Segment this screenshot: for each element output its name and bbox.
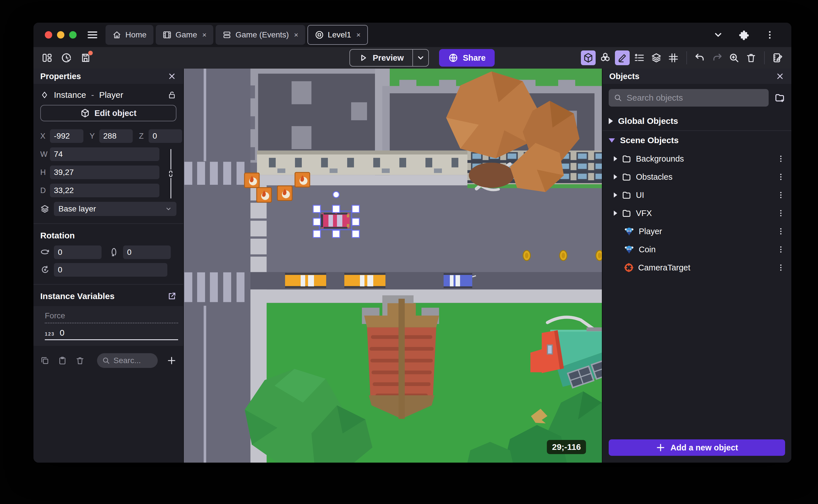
kebab-menu-icon[interactable]: [765, 30, 775, 40]
link-icon: [166, 170, 175, 178]
add-new-object-button[interactable]: Add a new object: [609, 439, 785, 456]
minimize-window-button[interactable]: [57, 31, 64, 39]
kebab-menu-icon[interactable]: [777, 209, 785, 217]
rotate-z-icon: [40, 265, 50, 275]
save-button[interactable]: [78, 50, 93, 65]
paste-icon[interactable]: [58, 356, 67, 365]
instances-list-button[interactable]: [632, 50, 647, 65]
3d-object-icon: [80, 108, 90, 118]
rotation-z-field[interactable]: [54, 263, 167, 277]
y-field[interactable]: [99, 129, 133, 143]
z-field[interactable]: [149, 129, 182, 143]
object-coin[interactable]: Coin: [603, 240, 791, 259]
objects-search-input[interactable]: [627, 93, 764, 103]
add-folder-icon[interactable]: [774, 92, 785, 103]
width-field[interactable]: [50, 147, 159, 161]
object-camera-target[interactable]: CameraTarget: [603, 259, 791, 277]
zoom-in-button[interactable]: [727, 50, 741, 65]
open-panels-button[interactable]: [40, 50, 54, 65]
object-player[interactable]: Player: [603, 222, 791, 240]
toggle-3d-view-button[interactable]: [581, 50, 596, 65]
object-label: Obstacles: [636, 172, 673, 182]
chevron-down-icon: [417, 54, 425, 62]
trash-icon[interactable]: [75, 356, 84, 365]
preview-button[interactable]: Preview: [350, 50, 413, 66]
main-menu-button[interactable]: [84, 27, 100, 43]
expanded-chevron-icon: [609, 138, 615, 143]
global-objects-group[interactable]: Global Objects: [603, 112, 791, 130]
maximize-window-button[interactable]: [69, 31, 77, 39]
toggle-grid-button[interactable]: [666, 50, 681, 65]
scene-objects-group[interactable]: Scene Objects: [603, 131, 791, 150]
extensions-icon[interactable]: [739, 29, 749, 40]
close-window-button[interactable]: [45, 31, 52, 39]
layers-panel-button[interactable]: [649, 50, 664, 65]
open-variables-editor-button[interactable]: [167, 292, 176, 301]
preview-options-button[interactable]: [413, 50, 428, 66]
window-controls: [33, 31, 84, 39]
tab-home[interactable]: Home: [105, 25, 153, 45]
panel-title: Objects: [609, 72, 639, 81]
objects-search[interactable]: [609, 89, 769, 107]
depth-field[interactable]: [50, 184, 159, 197]
delete-button[interactable]: [744, 50, 758, 65]
h-label: H: [40, 168, 50, 177]
rotation-handle[interactable]: [333, 192, 339, 198]
proportional-resize-toggle[interactable]: [166, 149, 176, 198]
taxi-car[interactable]: [285, 273, 326, 288]
objects-panel-button[interactable]: [598, 50, 613, 65]
variable-name[interactable]: Force: [45, 311, 178, 323]
layer-value: Base layer: [58, 204, 96, 213]
taxi-car[interactable]: [344, 273, 385, 288]
edit-mode-button[interactable]: [615, 50, 630, 65]
close-tab-icon[interactable]: ×: [294, 31, 298, 39]
tab-game[interactable]: Game ×: [156, 25, 213, 45]
folder-icon: [622, 208, 631, 218]
edit-object-button[interactable]: Edit object: [40, 105, 176, 121]
scene-properties-button[interactable]: [770, 50, 785, 65]
events-sheet-icon: [222, 30, 231, 39]
scene-editor-canvas[interactable]: 29;-116: [184, 69, 602, 463]
rotation-y-field[interactable]: [123, 245, 171, 259]
spacer: [603, 277, 791, 439]
kebab-menu-icon[interactable]: [777, 227, 785, 236]
rotation-x-field[interactable]: [54, 245, 101, 259]
kebab-menu-icon[interactable]: [777, 245, 785, 254]
undo-button[interactable]: [693, 50, 707, 65]
redo-button[interactable]: [710, 50, 724, 65]
add-variable-button[interactable]: [167, 356, 176, 365]
search-icon: [614, 93, 622, 102]
browser-controls: [713, 29, 791, 40]
object-folder-obstacles[interactable]: Obstacles: [603, 168, 791, 186]
kebab-menu-icon[interactable]: [777, 173, 785, 181]
x-field[interactable]: [50, 129, 83, 143]
object-folder-vfx[interactable]: VFX: [603, 204, 791, 222]
share-button[interactable]: Share: [439, 49, 495, 67]
variable-value[interactable]: 0: [60, 328, 64, 338]
copy-icon[interactable]: [40, 356, 49, 365]
close-panel-button[interactable]: [775, 72, 785, 81]
object-folder-backgrounds[interactable]: Backgrounds: [603, 150, 791, 168]
close-tab-icon[interactable]: ×: [202, 31, 206, 39]
height-field[interactable]: [50, 166, 159, 179]
object-folder-ui[interactable]: UI: [603, 186, 791, 204]
instance-variables-title-row: Instance Variables: [33, 285, 183, 302]
variables-search-input[interactable]: [113, 356, 147, 365]
close-panel-button[interactable]: [167, 72, 176, 81]
layer-select[interactable]: Base layer: [54, 202, 176, 216]
water-tower[interactable]: [362, 295, 439, 419]
rotation-section-title: Rotation: [33, 224, 183, 242]
unlock-icon[interactable]: [167, 90, 176, 99]
sidewalk: [250, 289, 602, 303]
chevron-down-icon[interactable]: [713, 30, 723, 40]
tab-level1[interactable]: Level1 ×: [307, 25, 368, 45]
kebab-menu-icon[interactable]: [777, 191, 785, 199]
blue-car[interactable]: [444, 273, 476, 288]
kebab-menu-icon[interactable]: [777, 154, 785, 163]
close-tab-icon[interactable]: ×: [356, 31, 360, 39]
variables-search[interactable]: [97, 353, 158, 368]
tab-game-events[interactable]: Game (Events) ×: [215, 25, 305, 45]
kebab-menu-icon[interactable]: [777, 263, 785, 272]
lane-line: [204, 69, 206, 161]
version-history-button[interactable]: [59, 50, 74, 65]
